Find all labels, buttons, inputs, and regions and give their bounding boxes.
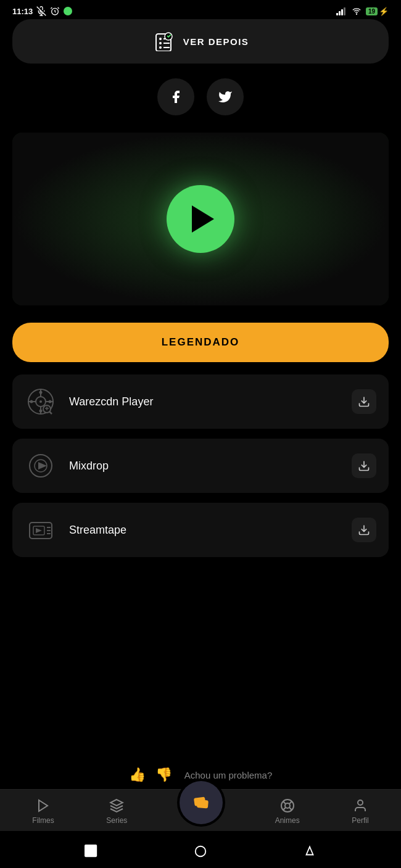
svg-point-54 (358, 800, 363, 805)
android-recents-button[interactable] (303, 845, 316, 858)
streamtape-icon-wrap (25, 514, 57, 546)
mixdrop-name: Mixdrop (69, 460, 352, 473)
battery-box: 19 ⚡ (366, 7, 389, 16)
svg-line-29 (49, 411, 52, 414)
problem-thumbs: 👍 👎 (129, 767, 172, 783)
mixdrop-player-option[interactable]: Mixdrop (12, 439, 389, 493)
green-dot (64, 7, 72, 15)
play-button[interactable] (167, 185, 234, 253)
bottom-nav: Filmes Series Animes (0, 789, 401, 831)
svg-rect-6 (341, 9, 343, 15)
nav-center-bubble (180, 781, 223, 824)
battery-level: 19 (366, 7, 378, 15)
svg-marker-44 (39, 800, 48, 811)
svg-marker-39 (36, 528, 42, 533)
svg-point-19 (39, 400, 42, 403)
nav-perfil[interactable]: Perfil (352, 798, 368, 825)
svg-point-25 (39, 410, 43, 413)
svg-rect-47 (197, 800, 209, 809)
svg-marker-35 (38, 462, 47, 469)
facebook-button[interactable] (157, 78, 194, 115)
main-content: VER DEPOIS LEGENDADO (0, 19, 401, 557)
cards-icon (192, 793, 210, 812)
warezcdn-download-button[interactable] (352, 389, 376, 414)
nav-animes[interactable]: Animes (275, 798, 300, 825)
video-player (12, 133, 389, 305)
svg-point-49 (285, 803, 290, 808)
warezcdn-name: Warezcdn Player (69, 395, 352, 408)
warezcdn-player-option[interactable]: Warezcdn Player (12, 374, 389, 429)
nav-center[interactable] (180, 800, 223, 824)
nav-perfil-label: Perfil (352, 816, 368, 825)
thumbs-up-icon: 👍 (129, 767, 146, 783)
svg-marker-45 (110, 800, 123, 806)
warezcdn-icon-wrap (25, 386, 57, 418)
signal-icon (336, 7, 347, 15)
wifi-icon (351, 7, 362, 15)
ver-depois-icon (152, 30, 175, 52)
nav-series-label: Series (106, 816, 127, 825)
series-icon (109, 798, 124, 813)
nav-filmes[interactable]: Filmes (32, 798, 54, 825)
nav-series[interactable]: Series (106, 798, 127, 825)
svg-point-26 (30, 400, 33, 403)
svg-line-50 (283, 801, 286, 804)
time: 11:13 (12, 7, 33, 16)
ver-depois-label: VER DEPOIS (183, 36, 249, 47)
svg-point-11 (159, 42, 162, 44)
svg-point-24 (39, 391, 43, 394)
svg-rect-7 (344, 7, 345, 15)
ver-depois-button[interactable]: VER DEPOIS (12, 19, 389, 64)
svg-rect-55 (85, 845, 97, 857)
animes-icon (280, 798, 295, 813)
alarm-icon (50, 6, 60, 16)
svg-point-12 (159, 46, 162, 49)
play-triangle-icon (192, 205, 214, 233)
social-buttons (12, 78, 389, 115)
legendado-button[interactable]: LEGENDADO (12, 323, 389, 362)
svg-line-53 (283, 808, 286, 810)
svg-rect-4 (336, 13, 338, 15)
android-back-button[interactable] (85, 845, 98, 858)
filmes-icon (36, 798, 51, 813)
svg-line-52 (289, 801, 291, 804)
streamtape-name: Streamtape (69, 524, 352, 537)
streamtape-download-button[interactable] (352, 518, 376, 542)
mute-icon (36, 6, 46, 16)
perfil-icon (353, 798, 368, 813)
svg-line-51 (289, 808, 291, 810)
android-home-button[interactable] (194, 845, 207, 858)
charging-icon: ⚡ (379, 7, 389, 16)
problem-text: Achou um problema? (184, 770, 273, 780)
streamtape-player-option[interactable]: Streamtape (12, 503, 389, 557)
nav-animes-label: Animes (275, 816, 300, 825)
svg-point-10 (159, 38, 162, 40)
svg-point-27 (49, 400, 52, 403)
thumbs-down-icon: 👎 (155, 767, 172, 783)
status-bar: 11:13 19 ⚡ (0, 0, 401, 19)
status-right: 19 ⚡ (336, 7, 389, 16)
svg-rect-5 (339, 11, 341, 15)
twitter-button[interactable] (207, 78, 244, 115)
svg-marker-57 (306, 846, 313, 854)
mixdrop-icon-wrap (25, 450, 57, 482)
svg-point-56 (196, 846, 206, 856)
mixdrop-download-button[interactable] (352, 453, 376, 478)
legendado-label: LEGENDADO (162, 336, 240, 348)
nav-filmes-label: Filmes (32, 816, 54, 825)
svg-point-8 (356, 14, 357, 14)
status-left: 11:13 (12, 6, 72, 16)
android-nav-bar (0, 834, 401, 868)
